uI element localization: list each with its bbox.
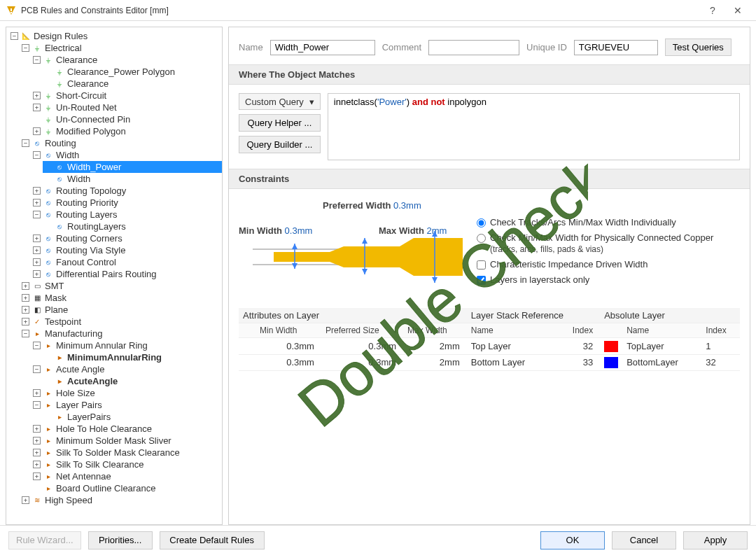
window-title: PCB Rules and Constraints Editor [mm] xyxy=(21,6,700,15)
manufacturing-icon: ▸ xyxy=(43,448,53,458)
tree-rule-min-annular-ring[interactable]: ▸MinimumAnnularRing xyxy=(43,351,222,363)
tree-node-fanout-control[interactable]: +⎋Fanout Control xyxy=(31,256,222,268)
group-header-attributes: Attributes on Layer xyxy=(239,308,467,323)
layer-color-swatch xyxy=(604,357,618,368)
clearance-icon: ⏚ xyxy=(55,67,64,77)
mask-icon: ▦ xyxy=(32,293,42,303)
table-row[interactable]: 0.3mm0.3mm2mmBottom Layer33BottomLayer32 xyxy=(239,354,740,371)
clearance-icon: ⏚ xyxy=(43,55,53,65)
layer-width-table[interactable]: Attributes on Layer Layer Stack Referenc… xyxy=(239,308,740,371)
manufacturing-icon: ▸ xyxy=(32,329,42,339)
option-check-physically-connected[interactable]: Check Min/Max Width for Physically Conne… xyxy=(477,232,743,255)
tree-node-routing[interactable]: −⎋Routing xyxy=(20,137,222,149)
tree-node-routing-corners[interactable]: +⎋Routing Corners xyxy=(31,232,222,244)
create-default-rules-button[interactable]: Create Default Rules xyxy=(160,531,265,550)
tree-node-manufacturing[interactable]: −▸Manufacturing xyxy=(20,328,222,340)
option-layerstack-only[interactable]: Layers in layerstack only xyxy=(477,274,743,286)
match-type-dropdown[interactable]: Custom Query▾ xyxy=(239,93,321,110)
tree-rule-clearance[interactable]: ⏚Clearance xyxy=(43,78,222,90)
tree-rule-routinglayers[interactable]: ⎋RoutingLayers xyxy=(43,220,222,232)
svg-rect-0 xyxy=(10,8,12,11)
table-row[interactable]: 0.3mm0.3mm2mmTop Layer32TopLayer1 xyxy=(239,338,740,355)
highspeed-icon: ≋ xyxy=(32,496,42,505)
tree-node-plane[interactable]: +◧Plane xyxy=(20,304,222,316)
tree-node-routing-topology[interactable]: +⎋Routing Topology xyxy=(31,185,222,197)
tree-node-testpoint[interactable]: +✓Testpoint xyxy=(20,316,222,328)
tree-node-min-annular-ring[interactable]: −▸Minimum Annular Ring xyxy=(31,340,222,351)
tree-node-acute-angle[interactable]: −▸Acute Angle xyxy=(31,363,222,375)
tree-node-min-solder-mask-sliver[interactable]: +▸Minimum Solder Mask Sliver xyxy=(31,435,222,447)
uid-input[interactable] xyxy=(574,40,658,55)
tree-rule-width[interactable]: ⎋Width xyxy=(43,173,222,185)
tree-node-unconnected-pin[interactable]: ⏚Un-Connected Pin xyxy=(31,113,222,125)
query-helper-button[interactable]: Query Helper ... xyxy=(239,114,321,132)
ok-button[interactable]: OK xyxy=(540,531,605,550)
routing-icon: ⎋ xyxy=(55,222,64,232)
tree-node-hole-to-hole[interactable]: +▸Hole To Hole Clearance xyxy=(31,423,222,435)
rules-icon: 📐 xyxy=(21,31,31,41)
tree-node-unrouted-net[interactable]: +⏚Un-Routed Net xyxy=(31,102,222,113)
width-diagram: Preferred Width 0.3mm Min Width 0.3mm Ma… xyxy=(239,200,740,291)
query-builder-button[interactable]: Query Builder ... xyxy=(239,136,321,153)
priorities-button[interactable]: Priorities... xyxy=(88,531,153,550)
routing-icon: ⎋ xyxy=(43,246,53,255)
tree-node-layer-pairs[interactable]: −▸Layer Pairs xyxy=(31,399,222,411)
tree-node-mask[interactable]: +▦Mask xyxy=(20,292,222,304)
routing-icon: ⎋ xyxy=(43,258,53,267)
manufacturing-icon: ▸ xyxy=(43,424,53,434)
apply-button[interactable]: Apply xyxy=(683,531,748,550)
tree-node-diff-pairs-routing[interactable]: +⎋Differential Pairs Routing xyxy=(31,268,222,280)
name-label: Name xyxy=(239,42,263,52)
manufacturing-icon: ▸ xyxy=(43,460,53,470)
tree-node-net-antennae[interactable]: +▸Net Antennae xyxy=(31,470,222,482)
tree-rule-width-power[interactable]: ⎋Width_Power xyxy=(43,161,222,173)
option-check-individually[interactable]: Check Tracks/Arcs Min/Max Width Individu… xyxy=(477,217,743,228)
titlebar: PCB Rules and Constraints Editor [mm] ? … xyxy=(0,0,756,21)
manufacturing-icon: ▸ xyxy=(43,341,53,351)
tree-node-short-circuit[interactable]: +⏚Short-Circuit xyxy=(31,90,222,102)
close-button[interactable]: ✕ xyxy=(725,5,750,16)
rules-tree[interactable]: −📐Design Rules −⏚Electrical −⏚Clearance … xyxy=(6,27,223,525)
match-header: Where The Object Matches xyxy=(229,64,750,85)
tree-node-board-outline[interactable]: ▸Board Outline Clearance xyxy=(31,482,222,494)
manufacturing-icon: ▸ xyxy=(55,377,64,386)
smt-icon: ▭ xyxy=(32,281,42,291)
tree-rule-layer-pairs[interactable]: ▸LayerPairs xyxy=(43,411,222,423)
tree-node-hole-size[interactable]: +▸Hole Size xyxy=(31,387,222,399)
rule-detail-pane: Name Comment Unique ID Test Queries Wher… xyxy=(228,27,750,525)
tree-node-modified-polygon[interactable]: +⏚Modified Polygon xyxy=(31,125,222,137)
tree-node-routing-layers[interactable]: −⎋Routing Layers xyxy=(31,209,222,220)
svg-marker-5 xyxy=(292,244,298,249)
tree-node-routing-priority[interactable]: +⎋Routing Priority xyxy=(31,197,222,209)
help-button[interactable]: ? xyxy=(700,5,725,16)
tree-node-silk-to-silk[interactable]: +▸Silk To Silk Clearance xyxy=(31,458,222,470)
tree-rule-acute-angle[interactable]: ▸AcuteAngle xyxy=(43,375,222,387)
tree-rule-clearance-power-polygon[interactable]: ⏚Clearance_Power Polygon xyxy=(43,66,222,78)
comment-input[interactable] xyxy=(428,40,519,55)
tree-node-design-rules[interactable]: −📐Design Rules xyxy=(9,30,222,42)
query-input[interactable]: innetclass('Power') and not inpolygon xyxy=(328,93,740,160)
option-impedance-driven[interactable]: Characteristic Impedance Driven Width xyxy=(477,259,743,270)
test-queries-button[interactable]: Test Queries xyxy=(665,38,732,56)
uid-label: Unique ID xyxy=(526,42,567,52)
svg-marker-12 xyxy=(432,277,438,283)
tree-node-clearance[interactable]: −⏚Clearance xyxy=(31,54,222,66)
routing-icon: ⎋ xyxy=(43,234,53,244)
svg-marker-9 xyxy=(362,269,368,274)
tree-node-high-speed[interactable]: +≋High Speed xyxy=(20,494,222,506)
width-icon: ⎋ xyxy=(43,150,53,160)
cancel-button[interactable]: Cancel xyxy=(612,531,676,550)
width-icon: ⎋ xyxy=(55,162,64,172)
name-input[interactable] xyxy=(270,40,375,55)
electrical-icon: ⏚ xyxy=(32,43,42,53)
chevron-down-icon: ▾ xyxy=(309,97,314,107)
plane-icon: ◧ xyxy=(32,305,42,315)
tree-node-silk-to-solder-mask[interactable]: +▸Silk To Solder Mask Clearance xyxy=(31,447,222,458)
svg-rect-1 xyxy=(10,12,12,13)
modpoly-icon: ⏚ xyxy=(43,127,53,136)
tree-node-electrical[interactable]: −⏚Electrical xyxy=(20,42,222,54)
tree-node-smt[interactable]: +▭SMT xyxy=(20,280,222,292)
tree-node-width[interactable]: −⎋Width xyxy=(31,149,222,161)
manufacturing-icon: ▸ xyxy=(43,472,53,482)
tree-node-routing-via-style[interactable]: +⎋Routing Via Style xyxy=(31,244,222,256)
